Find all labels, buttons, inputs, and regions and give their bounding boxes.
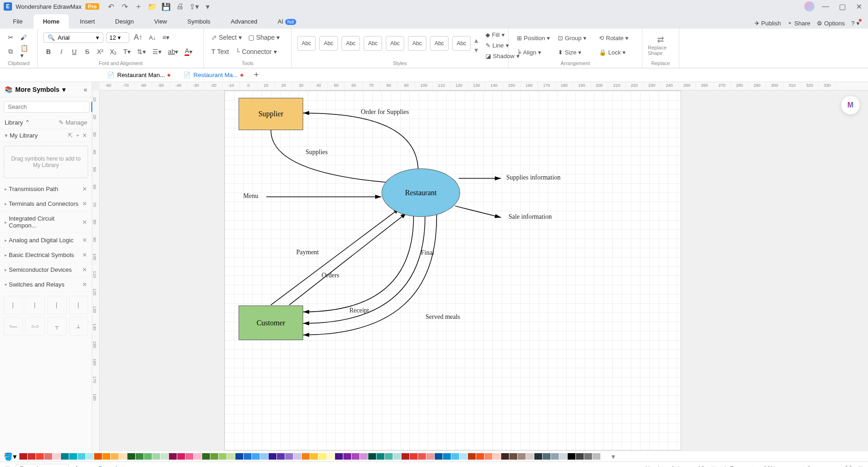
color-swatch[interactable] bbox=[559, 453, 567, 460]
color-swatch[interactable] bbox=[418, 453, 426, 460]
symbol-item[interactable]: ⊥ bbox=[69, 317, 88, 335]
color-swatch[interactable] bbox=[443, 453, 451, 460]
color-swatch[interactable] bbox=[476, 453, 484, 460]
color-swatch[interactable] bbox=[534, 453, 542, 460]
grow-font-icon[interactable]: A↑ bbox=[132, 31, 144, 43]
save-icon[interactable]: 💾 bbox=[162, 2, 170, 11]
group-button[interactable]: ⊡Group▾ bbox=[555, 31, 595, 45]
export-icon[interactable]: ⇪▾ bbox=[190, 2, 198, 11]
maximize-icon[interactable]: ▢ bbox=[837, 1, 848, 12]
copy-icon[interactable]: ⧉ bbox=[6, 46, 16, 58]
style-preset[interactable]: Abc bbox=[386, 36, 404, 51]
style-down-icon[interactable]: ▾ bbox=[474, 46, 478, 54]
color-swatch[interactable] bbox=[127, 453, 135, 460]
subscript-icon[interactable]: X₂ bbox=[108, 46, 119, 58]
color-swatch[interactable] bbox=[152, 453, 160, 460]
color-swatch[interactable] bbox=[169, 453, 177, 460]
color-swatch[interactable] bbox=[377, 453, 384, 460]
color-swatch[interactable] bbox=[493, 453, 501, 460]
color-swatch[interactable] bbox=[293, 453, 301, 460]
canvas[interactable]: Supplier Customer Restaurant Menu Order … bbox=[100, 90, 868, 451]
color-swatch[interactable] bbox=[401, 453, 409, 460]
close-lib-icon[interactable]: ✕ bbox=[82, 219, 87, 226]
symbol-item[interactable]: ○-○ bbox=[25, 317, 44, 335]
tab-insert[interactable]: Insert bbox=[71, 14, 104, 29]
color-swatch[interactable] bbox=[28, 453, 36, 460]
share-button[interactable]: ⚬Share bbox=[787, 20, 810, 27]
color-swatch[interactable] bbox=[335, 453, 343, 460]
color-swatch[interactable] bbox=[318, 453, 326, 460]
color-swatch[interactable] bbox=[235, 453, 243, 460]
library-label[interactable]: Library bbox=[5, 119, 23, 126]
color-swatch[interactable] bbox=[426, 453, 434, 460]
color-swatch[interactable] bbox=[343, 453, 351, 460]
color-swatch[interactable] bbox=[78, 453, 85, 460]
page-tab[interactable]: Page-1 bbox=[98, 465, 118, 467]
color-swatch[interactable] bbox=[202, 453, 210, 460]
focus-button[interactable]: ◎Focus bbox=[723, 465, 746, 467]
connector-tool[interactable]: └Connector▾ bbox=[233, 46, 279, 58]
label-served[interactable]: Served meals bbox=[425, 313, 460, 321]
position-button[interactable]: ⊞Position▾ bbox=[514, 31, 554, 45]
doc-tab-2[interactable]: 📄Restaurant Ma... bbox=[178, 69, 249, 81]
color-swatch[interactable] bbox=[526, 453, 534, 460]
lib-item[interactable]: ▸Terminals and Connectors✕ bbox=[0, 197, 92, 211]
color-swatch[interactable] bbox=[186, 453, 193, 460]
color-swatch[interactable] bbox=[61, 453, 69, 460]
color-swatch[interactable] bbox=[102, 453, 110, 460]
page-layout-icon[interactable]: ▦ bbox=[5, 465, 10, 467]
shape-restaurant[interactable]: Restaurant bbox=[382, 168, 460, 217]
style-preset[interactable]: Abc bbox=[319, 36, 338, 51]
color-swatch[interactable] bbox=[584, 453, 592, 460]
color-swatch[interactable] bbox=[94, 453, 102, 460]
bold-icon[interactable]: B bbox=[43, 46, 54, 58]
tab-design[interactable]: Design bbox=[106, 14, 143, 29]
case-icon[interactable]: T▾ bbox=[121, 46, 132, 58]
replace-shape-button[interactable]: ⇄ Replace Shape bbox=[648, 31, 673, 59]
color-swatch[interactable] bbox=[194, 453, 202, 460]
color-swatch[interactable] bbox=[277, 453, 285, 460]
color-swatch[interactable] bbox=[393, 453, 401, 460]
select-tool[interactable]: ⬀Select▾ bbox=[210, 31, 244, 43]
color-swatch[interactable] bbox=[177, 453, 185, 460]
more-colors-icon[interactable]: ▾ bbox=[611, 452, 615, 461]
color-swatch[interactable] bbox=[518, 453, 526, 460]
color-swatch[interactable] bbox=[352, 453, 359, 460]
strike-icon[interactable]: S bbox=[82, 46, 92, 58]
styles-gallery[interactable]: Abc Abc Abc Abc Abc Abc Abc Abc ▴ ▾ bbox=[297, 36, 478, 54]
label-orders[interactable]: Orders bbox=[322, 272, 339, 279]
color-swatch[interactable] bbox=[210, 453, 218, 460]
style-up-icon[interactable]: ▴ bbox=[474, 36, 478, 45]
color-swatch[interactable] bbox=[410, 453, 418, 460]
layers-icon[interactable]: ⬚ bbox=[711, 465, 716, 467]
symbol-item[interactable]: │ bbox=[4, 296, 23, 314]
shape-customer[interactable]: Customer bbox=[239, 305, 303, 340]
symbol-search-input[interactable] bbox=[4, 101, 90, 113]
cut-icon[interactable]: ✂ bbox=[6, 31, 16, 43]
label-receipt[interactable]: Receipt bbox=[349, 307, 369, 314]
color-swatch[interactable] bbox=[551, 453, 559, 460]
color-swatch[interactable] bbox=[385, 453, 393, 460]
color-swatch[interactable] bbox=[310, 453, 318, 460]
publish-button[interactable]: ✈Publish bbox=[754, 20, 781, 27]
shrink-font-icon[interactable]: A↓ bbox=[147, 31, 158, 43]
rotate-button[interactable]: ⟲Rotate▾ bbox=[596, 31, 636, 45]
shape-tool[interactable]: ▢Shape▾ bbox=[246, 31, 281, 43]
symbol-item[interactable]: ○— bbox=[4, 317, 23, 335]
color-swatch[interactable] bbox=[69, 453, 77, 460]
label-final[interactable]: Final bbox=[421, 249, 434, 257]
font-size-select[interactable]: 12▾ bbox=[106, 32, 129, 43]
color-swatch[interactable] bbox=[269, 453, 276, 460]
color-swatch[interactable] bbox=[509, 453, 517, 460]
color-swatch[interactable] bbox=[460, 453, 467, 460]
highlight-icon[interactable]: ab▾ bbox=[166, 46, 180, 58]
options-button[interactable]: ⚙Options bbox=[817, 20, 845, 27]
symbol-item[interactable]: │ bbox=[25, 296, 44, 314]
label-order-supplies[interactable]: Order for Supplies bbox=[361, 108, 409, 116]
doc-tab-1[interactable]: 📄Restaurant Man... bbox=[102, 69, 176, 81]
color-swatch[interactable] bbox=[501, 453, 509, 460]
close-lib-icon[interactable]: ✕ bbox=[82, 237, 87, 244]
panel-toggle-icon[interactable]: ◨ bbox=[858, 465, 863, 467]
color-swatch[interactable] bbox=[368, 453, 376, 460]
open-icon[interactable]: 📁 bbox=[148, 2, 156, 11]
